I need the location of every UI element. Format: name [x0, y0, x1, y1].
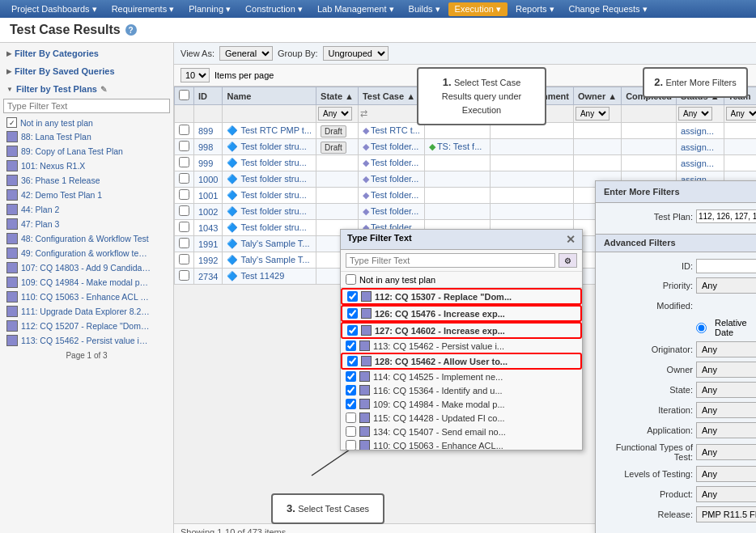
plan-item-109[interactable]: 109: CQ 14984 - Make modal pop...	[3, 275, 170, 290]
nav-lab-management[interactable]: Lab Management ▾	[311, 2, 401, 16]
row-checkbox[interactable]	[179, 125, 189, 135]
row-checkbox[interactable]	[179, 270, 189, 281]
row-id[interactable]: 1992	[198, 256, 218, 265]
row-name[interactable]: Test folder stru...	[240, 174, 306, 184]
plan-item-36[interactable]: 36: Phase 1 Release	[3, 173, 170, 188]
tp-list-item[interactable]: 114: CQ 14525 - Implement ne...	[341, 370, 582, 383]
row-name[interactable]: Test 11429	[240, 271, 284, 281]
state-filter-select[interactable]: Any	[318, 107, 352, 121]
team-filter-select[interactable]: Any	[726, 107, 756, 121]
row-id[interactable]: 899	[198, 126, 213, 136]
row-test-case[interactable]: Test folder...	[371, 190, 418, 200]
plan-item-107[interactable]: 107: CQ 14803 - Add 9 Candidate...	[3, 260, 170, 275]
nav-planning[interactable]: Planning ▾	[182, 2, 237, 16]
row-test-case[interactable]: Test RTC t...	[371, 125, 420, 135]
row-checkbox[interactable]	[179, 205, 189, 216]
advanced-filters-header[interactable]: Advanced Filters ✕	[596, 234, 756, 252]
plan-item-112[interactable]: 112: CQ 15207 - Replace "Domes...	[3, 319, 170, 333]
product-select[interactable]: Any	[696, 486, 756, 502]
state-select[interactable]: Any	[696, 382, 756, 398]
tp-item-checkbox[interactable]	[347, 325, 358, 336]
tp-item-checkbox[interactable]	[347, 308, 358, 319]
testplan-search-input[interactable]	[346, 253, 555, 268]
tp-list-item[interactable]: 116: CQ 15364 - Identify and u...	[341, 383, 582, 397]
tp-list-item[interactable]: 128: CQ 15462 - Allow User to...	[341, 353, 582, 370]
row-id[interactable]: 998	[198, 142, 213, 152]
row-id[interactable]: 1002	[198, 207, 218, 217]
tp-list-item[interactable]: 126: CQ 15476 - Increase exp...	[341, 305, 582, 322]
row-id[interactable]: 999	[198, 159, 213, 168]
row-test-case[interactable]: Test folder...	[371, 158, 418, 167]
plan-item-88[interactable]: 88: Lana Test Plan	[3, 129, 170, 144]
functional-select[interactable]: Any	[696, 444, 756, 460]
filter-plans-header[interactable]: ▼ Filter by Test Plans ✎	[3, 82, 170, 96]
row-checkbox[interactable]	[179, 141, 189, 151]
row-checkbox[interactable]	[179, 222, 189, 232]
row-id[interactable]: 1043	[198, 223, 218, 233]
nav-builds[interactable]: Builds ▾	[402, 2, 447, 16]
tp-item-checkbox[interactable]	[346, 440, 356, 450]
row-checkbox[interactable]	[179, 238, 189, 248]
owner-filter-select[interactable]: Any	[575, 107, 609, 121]
row-checkbox[interactable]	[179, 189, 189, 200]
filter-categories-header[interactable]: ▶ Filter By Categories	[3, 46, 170, 61]
row-name[interactable]: Test folder stru...	[240, 190, 306, 200]
nav-reports[interactable]: Reports ▾	[509, 2, 561, 16]
nav-change-requests[interactable]: Change Requests ▾	[563, 2, 654, 16]
row-name[interactable]: Test folder stru...	[240, 222, 306, 232]
tp-item-checkbox[interactable]	[346, 385, 356, 396]
row-id[interactable]: 2734	[198, 272, 218, 281]
plan-item-49[interactable]: 49: Configuration & workflow test 2	[3, 246, 170, 260]
row-status[interactable]: assign...	[681, 142, 714, 152]
tp-item-checkbox[interactable]	[346, 426, 356, 437]
tp-item-checkbox[interactable]	[346, 412, 356, 423]
filter-plans-input[interactable]	[3, 99, 170, 113]
tp-list-item[interactable]: 113: CQ 15462 - Persist value i...	[341, 339, 582, 353]
edit-filter-icon[interactable]: ✎	[100, 85, 107, 94]
row-name[interactable]: Test folder stru...	[240, 206, 306, 216]
items-per-page-select[interactable]: 10	[181, 68, 210, 82]
iteration-select[interactable]: Any	[696, 402, 756, 418]
tp-item-checkbox[interactable]	[346, 341, 356, 351]
select-all-checkbox[interactable]	[179, 90, 189, 100]
row-name[interactable]: Test folder stru...	[240, 158, 306, 167]
id-input[interactable]	[696, 259, 756, 273]
status-filter-select[interactable]: Any	[678, 107, 712, 121]
plan-item-89[interactable]: 89: Copy of Lana Test Plan	[3, 144, 170, 159]
plan-item-110[interactable]: 110: CQ 15063 - Enhance ACL se...	[3, 290, 170, 304]
plan-item-111[interactable]: 111: Upgrade Data Explorer 8.2.2 ...	[3, 304, 170, 319]
row-id[interactable]: 1001	[198, 191, 218, 201]
test-plan-input[interactable]	[696, 209, 756, 223]
row-status[interactable]: assign...	[681, 159, 714, 168]
tp-list-item[interactable]: 112: CQ 15307 - Replace "Dom...	[341, 288, 582, 305]
owner-select[interactable]: Any	[696, 362, 756, 378]
row-id[interactable]: 1991	[198, 239, 218, 249]
plan-item-113[interactable]: 113: CQ 15462 - Persist value in...	[3, 333, 170, 348]
row-id[interactable]: 1000	[198, 175, 218, 184]
filter-queries-header[interactable]: ▶ Filter By Saved Queries	[3, 64, 170, 78]
tp-list-item[interactable]: 110: CQ 15063 - Enhance ACL...	[341, 438, 582, 450]
application-select[interactable]: Any	[696, 422, 756, 438]
priority-select[interactable]: Any	[696, 277, 756, 294]
help-icon[interactable]: ?	[125, 24, 137, 36]
originator-select[interactable]: Any	[696, 341, 756, 357]
tp-item-checkbox[interactable]	[347, 356, 358, 366]
nav-project-dashboards[interactable]: Project Dashboards ▾	[5, 2, 104, 16]
row-checkbox[interactable]	[179, 173, 189, 184]
row-status[interactable]: assign...	[681, 126, 714, 136]
row-name[interactable]: Test folder stru...	[240, 142, 306, 151]
nav-execution[interactable]: Execution ▾	[448, 2, 508, 16]
not-in-test-plan-item[interactable]: ✓ Not in any test plan	[3, 116, 170, 129]
tp-list-item[interactable]: 127: CQ 14602 - Increase exp...	[341, 322, 582, 339]
row-test-case[interactable]: Test folder...	[371, 174, 418, 184]
tp-item-checkbox[interactable]	[346, 399, 356, 409]
levels-select[interactable]: Any	[696, 466, 756, 482]
row-name[interactable]: Test RTC PMP t...	[240, 125, 312, 135]
tp-list-item[interactable]: 115: CQ 14428 - Updated FI co...	[341, 411, 582, 425]
not-in-check[interactable]: ✓	[6, 117, 17, 128]
plan-item-44[interactable]: 44: Plan 2	[3, 202, 170, 217]
group-by-select[interactable]: Ungrouped	[323, 46, 389, 61]
testplan-search-btn[interactable]: ⚙	[559, 253, 577, 268]
tp-list-item[interactable]: 134: CQ 15407 - Send email no...	[341, 425, 582, 438]
plan-item-48[interactable]: 48: Configuration & Workflow Test	[3, 231, 170, 246]
